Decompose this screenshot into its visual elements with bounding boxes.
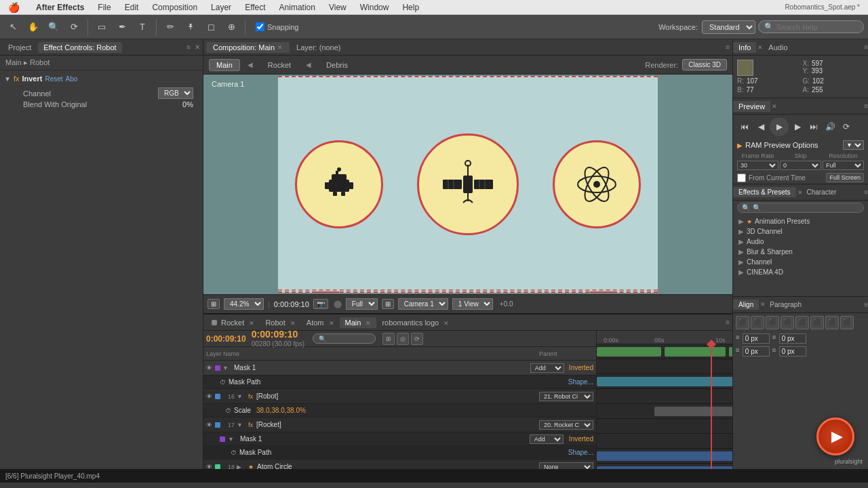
channel-select[interactable]: RGB — [158, 87, 193, 99]
mask1-add-select[interactable]: Add — [530, 363, 564, 373]
workspace-select[interactable]: Standard — [702, 20, 755, 34]
tool-stamp[interactable]: 🖈 — [182, 18, 199, 36]
align-center-h[interactable]: ⬛ — [751, 316, 764, 329]
category-blur[interactable]: ▶ Blur & Sharpen — [733, 247, 868, 257]
sub-tab-rocket[interactable]: Rocket — [260, 59, 298, 71]
twirl-mask1[interactable]: ▼ — [222, 365, 232, 371]
comp-tab-main[interactable]: Composition: Main ✕ — [206, 42, 290, 53]
preview-panel-menu[interactable]: ≡ — [864, 102, 868, 110]
effects-tab-close[interactable]: ✕ — [797, 189, 803, 196]
tool-eraser[interactable]: ◻ — [202, 18, 220, 36]
mask1-sub-add[interactable]: Add — [530, 434, 564, 444]
stopwatch-mask-path-sub[interactable]: ⏱ — [231, 449, 237, 456]
ram-preview-arrow[interactable]: ▶ — [737, 142, 743, 149]
panel-menu-icon[interactable]: ≡ — [186, 43, 191, 51]
tab-preview[interactable]: Preview — [733, 101, 770, 112]
menu-view[interactable]: View — [326, 3, 349, 12]
align-left[interactable]: ⬛ — [736, 316, 749, 329]
menu-animation[interactable]: Animation — [277, 3, 318, 12]
resolution-select[interactable]: Full — [346, 298, 378, 310]
px-input-1[interactable] — [743, 333, 770, 344]
tl-tab-atom[interactable]: Atom ✕ — [301, 317, 340, 328]
category-audio[interactable]: ▶ Audio — [733, 237, 868, 247]
px-input-2[interactable] — [779, 333, 806, 344]
effect-reset[interactable]: Reset — [45, 75, 62, 83]
tab-effect-controls[interactable]: Effect Controls: Robot — [38, 42, 121, 53]
info-tab-close[interactable]: ✕ — [757, 44, 763, 51]
playhead[interactable] — [711, 344, 712, 469]
tl-tab-robot[interactable]: Robot ✕ — [260, 317, 300, 328]
audio-btn[interactable]: 🔊 — [823, 119, 837, 134]
apple-menu[interactable]: 🍎 — [5, 2, 22, 13]
search-input[interactable] — [776, 23, 858, 31]
tab-info[interactable]: Info — [733, 42, 756, 53]
renderer-select[interactable]: Classic 3D — [682, 59, 727, 70]
tab-effects-presets[interactable]: Effects & Presets — [733, 187, 796, 197]
tab-paragraph[interactable]: Paragraph — [766, 300, 806, 310]
grid-btn[interactable]: ⊞ — [382, 299, 394, 309]
menu-help[interactable]: Help — [399, 3, 422, 12]
loop-btn[interactable]: ⟳ — [839, 119, 854, 134]
align-right[interactable]: ⬛ — [766, 316, 779, 329]
menu-layer[interactable]: Layer — [208, 3, 234, 12]
stopwatch-scale[interactable]: ⏱ — [225, 407, 231, 414]
layer-search-input[interactable] — [329, 335, 370, 342]
preview-tab-close[interactable]: ✕ — [772, 103, 777, 110]
full-screen-btn[interactable]: Full Screen — [826, 173, 864, 182]
frame-rate-select[interactable]: 30 — [737, 161, 778, 170]
category-3d-channel[interactable]: ▶ 3D Channel — [733, 226, 868, 237]
shape-link[interactable]: Shape... — [568, 378, 593, 386]
ram-preview-select[interactable]: ▼ — [843, 140, 864, 150]
distribute-h[interactable]: ⬛ — [825, 316, 839, 329]
play-btn[interactable]: ▶ — [770, 117, 789, 136]
align-bottom[interactable]: ⬛ — [810, 316, 824, 329]
eye-icon-18[interactable]: 👁 — [206, 464, 213, 470]
info-panel-menu[interactable]: ≡ — [864, 43, 868, 51]
tl-tab-close-logo[interactable]: ✕ — [443, 320, 449, 327]
align-tab-close[interactable]: ✕ — [760, 301, 766, 308]
big-play-button[interactable] — [816, 418, 854, 455]
eye-icon-17[interactable]: 👁 — [206, 422, 213, 428]
tab-character[interactable]: Character — [803, 187, 841, 197]
tab-project[interactable]: Project — [3, 42, 37, 53]
parent-select-17[interactable]: 20. Rocket C — [539, 420, 593, 430]
align-top[interactable]: ⬛ — [781, 316, 794, 329]
menu-composition[interactable]: Composition — [149, 3, 200, 12]
tool-rect[interactable]: ▭ — [93, 18, 111, 36]
distribute-v[interactable]: ⬛ — [840, 316, 854, 329]
px-input-4[interactable] — [779, 346, 806, 357]
tool-rotate[interactable]: ⟳ — [65, 18, 83, 36]
tool-zoom[interactable]: 🔍 — [45, 18, 62, 36]
menu-effect[interactable]: Effect — [242, 3, 268, 12]
comp-panel-menu[interactable]: ≡ — [726, 43, 730, 51]
from-current-checkbox[interactable] — [737, 174, 746, 182]
sub-tab-main[interactable]: Main — [209, 59, 240, 71]
effects-search-input[interactable] — [753, 204, 859, 211]
comp-tab-layer[interactable]: Layer: (none) — [290, 42, 347, 53]
px-input-3[interactable] — [743, 346, 770, 357]
twirl-18[interactable]: ▶ — [237, 464, 246, 470]
tl-tab-close-robot[interactable]: ✕ — [290, 320, 296, 327]
ram-preview-label[interactable]: RAM Preview Options — [745, 141, 843, 149]
parent-select-18[interactable]: None — [539, 462, 593, 470]
parent-select-16[interactable]: 21. Robot Ci — [539, 392, 593, 401]
tl-tab-main[interactable]: Main ✕ — [340, 317, 377, 328]
tl-tool-1[interactable]: ⊞ — [382, 333, 395, 345]
twirl-17[interactable]: ▼ — [237, 422, 246, 428]
snapshot-btn[interactable]: 📷 — [313, 299, 328, 309]
tl-tool-3[interactable]: ⟳ — [411, 333, 423, 345]
align-center-v[interactable]: ⬛ — [795, 316, 809, 329]
next-frame[interactable]: ▶ — [790, 119, 805, 134]
tl-tab-logo[interactable]: robomantics logo ✕ — [376, 317, 454, 328]
tl-tab-rocket[interactable]: Rocket ✕ — [206, 317, 260, 328]
shape-link-sub[interactable]: Shape... — [568, 449, 593, 456]
tool-puppet[interactable]: ⊕ — [222, 18, 240, 36]
eye-icon-16[interactable]: 👁 — [206, 393, 213, 400]
tl-tab-close-main[interactable]: ✕ — [366, 320, 371, 327]
align-panel-menu[interactable]: ≡ — [864, 301, 868, 308]
effects-panel-menu[interactable]: ≡ — [864, 188, 868, 196]
comp-tab-close[interactable]: ✕ — [277, 44, 283, 51]
tl-tab-close-atom[interactable]: ✕ — [329, 320, 334, 327]
skip-select[interactable]: 0 — [780, 161, 821, 170]
tool-hand[interactable]: ✋ — [24, 18, 42, 36]
